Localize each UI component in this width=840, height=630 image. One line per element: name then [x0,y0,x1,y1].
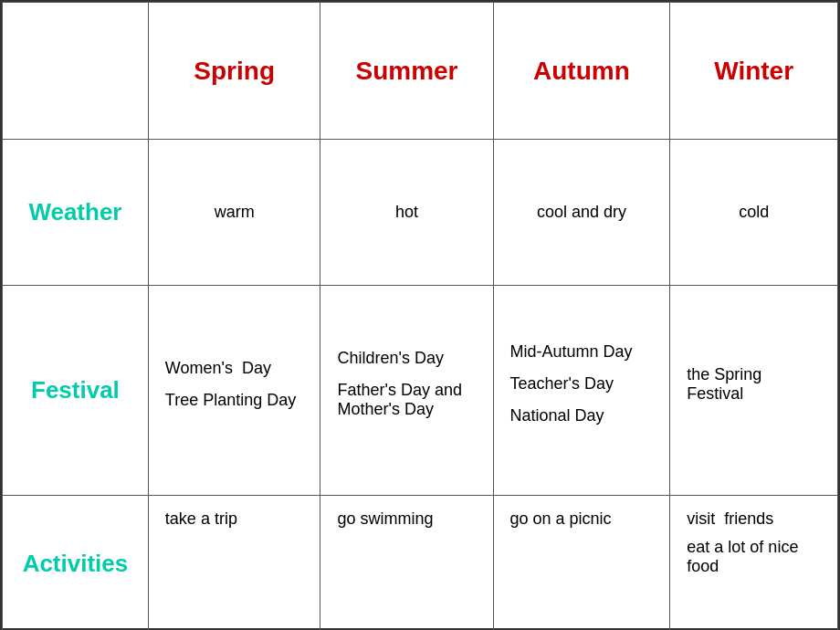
activities-autumn: go on a picnic [493,496,670,631]
header-corner [3,3,149,140]
activities-row: Activities take a trip go swimming go on… [3,496,838,631]
festival-autumn-item-1: Mid-Autumn Day [510,342,654,362]
activities-summer: go swimming [320,496,493,631]
festival-summer-item-1: Children's Day [337,349,476,368]
festival-summer: Children's Day Father's Day and Mother's… [320,286,493,496]
header-winter: Winter [670,3,838,140]
festival-summer-item-2: Father's Day and Mother's Day [337,381,476,419]
activities-label: Activities [3,496,149,631]
activities-winter-item-1: visit friends [687,509,821,529]
festival-spring-item-2: Tree Planting Day [165,391,304,410]
festival-spring-item-1: Women's Day [165,359,304,378]
festival-winter: the Spring Festival [670,286,838,496]
header-autumn: Autumn [493,3,670,140]
weather-autumn: cool and dry [493,140,670,286]
header-summer: Summer [320,3,493,140]
festival-spring: Women's Day Tree Planting Day [148,286,320,496]
festival-autumn: Mid-Autumn Day Teacher's Day National Da… [493,286,670,496]
activities-spring: take a trip [148,496,320,631]
weather-spring: warm [148,140,320,286]
weather-row: Weather warm hot cool and dry cold [3,140,838,286]
weather-winter: cold [670,140,838,286]
festival-row: Festival Women's Day Tree Planting Day C… [3,286,838,496]
festival-autumn-item-3: National Day [510,406,654,425]
festival-winter-item-1: the Spring Festival [687,365,821,404]
weather-summer: hot [320,140,493,286]
header-spring: Spring [148,3,320,140]
weather-label: Weather [3,140,149,286]
festival-label: Festival [3,286,149,496]
festival-autumn-item-2: Teacher's Day [510,374,654,394]
main-table-container: Spring Summer Autumn Winter Weather warm… [0,0,840,630]
header-row: Spring Summer Autumn Winter [3,3,838,140]
activities-winter-item-2: eat a lot of nice food [687,538,821,576]
activities-winter: visit friends eat a lot of nice food [670,496,838,631]
